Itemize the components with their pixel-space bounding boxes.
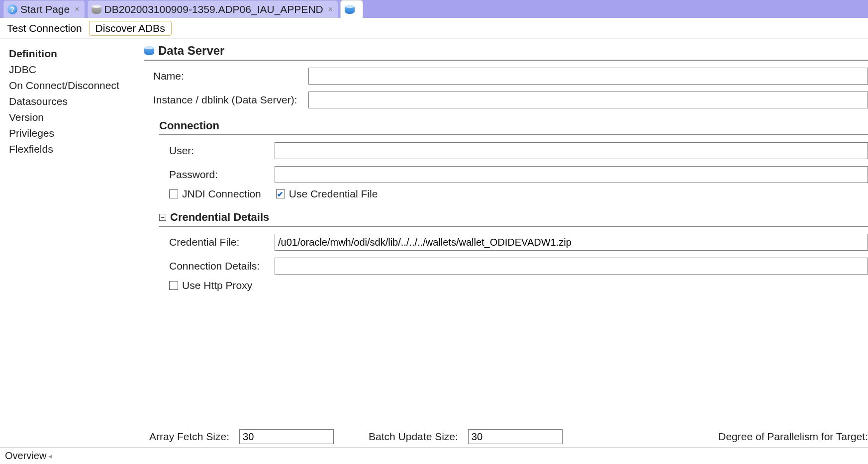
instance-label: Instance / dblink (Data Server): bbox=[153, 94, 302, 106]
use-http-proxy-checkbox[interactable]: Use Http Proxy bbox=[169, 279, 252, 291]
tab-label: Start Page bbox=[20, 3, 70, 15]
checkbox-label: Use Http Proxy bbox=[182, 279, 252, 291]
jndi-connection-checkbox[interactable]: JNDI Connection bbox=[169, 188, 261, 200]
sidebar-item-datasources[interactable]: Datasources bbox=[9, 93, 130, 109]
tab-db-append[interactable]: DB202003100909-1359.ADP06_IAU_APPEND × bbox=[87, 0, 338, 18]
dop-label: Degree of Parallelism for Target: bbox=[718, 431, 868, 443]
bottom-settings-row: Array Fetch Size: Batch Update Size: Deg… bbox=[149, 429, 868, 444]
sidebar-item-definition[interactable]: Definition bbox=[9, 46, 130, 62]
array-fetch-label: Array Fetch Size: bbox=[149, 431, 229, 443]
help-icon: ? bbox=[7, 4, 17, 14]
data-server-heading: Data Server bbox=[144, 44, 868, 61]
sidebar-item-connect-disconnect[interactable]: On Connect/Disconnect bbox=[9, 78, 130, 93]
heading-text: Connection bbox=[159, 119, 219, 132]
connection-details-label: Connection Details: bbox=[169, 260, 269, 272]
password-input[interactable] bbox=[275, 166, 868, 183]
use-credential-file-checkbox[interactable]: Use Credential File bbox=[276, 188, 378, 200]
sidebar-item-flexfields[interactable]: Flexfields bbox=[9, 141, 130, 157]
connection-details-input[interactable] bbox=[275, 258, 868, 275]
batch-update-label: Batch Update Size: bbox=[369, 431, 458, 443]
close-icon[interactable]: × bbox=[75, 5, 79, 14]
main-panel: Data Server Name: Instance / dblink (Dat… bbox=[139, 39, 868, 447]
collapse-icon[interactable]: − bbox=[159, 214, 166, 221]
sidebar: Definition JDBC On Connect/Disconnect Da… bbox=[0, 39, 139, 447]
tab-start-page[interactable]: ? Start Page × bbox=[3, 0, 85, 18]
batch-update-input[interactable] bbox=[468, 429, 563, 444]
name-input[interactable] bbox=[308, 68, 868, 85]
sidebar-item-privileges[interactable]: Privileges bbox=[9, 125, 130, 141]
name-label: Name: bbox=[153, 70, 302, 82]
tab-bar: ? Start Page × DB202003100909-1359.ADP06… bbox=[0, 0, 868, 18]
instance-input[interactable] bbox=[308, 92, 868, 108]
test-connection-button[interactable]: Test Connection bbox=[5, 21, 84, 35]
database-icon bbox=[345, 5, 355, 14]
sidebar-item-jdbc[interactable]: JDBC bbox=[9, 62, 130, 78]
user-label: User: bbox=[169, 145, 269, 157]
heading-text: Crendential Details bbox=[170, 211, 269, 224]
credential-file-label: Credential File: bbox=[169, 236, 269, 248]
password-label: Password: bbox=[169, 169, 269, 181]
credential-details-heading: − Crendential Details bbox=[159, 209, 868, 227]
checkbox-label: Use Credential File bbox=[289, 188, 378, 200]
tab-new-dataserver[interactable] bbox=[340, 0, 363, 18]
database-icon bbox=[92, 5, 101, 14]
checkbox-icon bbox=[276, 189, 285, 198]
checkbox-icon bbox=[169, 281, 178, 290]
toolbar: Test Connection Discover ADBs bbox=[0, 18, 868, 39]
array-fetch-input[interactable] bbox=[239, 429, 334, 444]
checkbox-label: JNDI Connection bbox=[182, 188, 261, 200]
tab-label: DB202003100909-1359.ADP06_IAU_APPEND bbox=[104, 3, 323, 15]
close-icon[interactable]: × bbox=[328, 5, 333, 14]
database-icon bbox=[144, 46, 154, 55]
heading-text: Data Server bbox=[158, 44, 224, 58]
user-input[interactable] bbox=[275, 142, 868, 159]
sidebar-item-version[interactable]: Version bbox=[9, 109, 130, 125]
checkbox-icon bbox=[169, 189, 178, 198]
credential-file-input[interactable] bbox=[275, 234, 868, 251]
discover-adbs-button[interactable]: Discover ADBs bbox=[89, 21, 172, 36]
connection-heading: Connection bbox=[159, 117, 868, 135]
